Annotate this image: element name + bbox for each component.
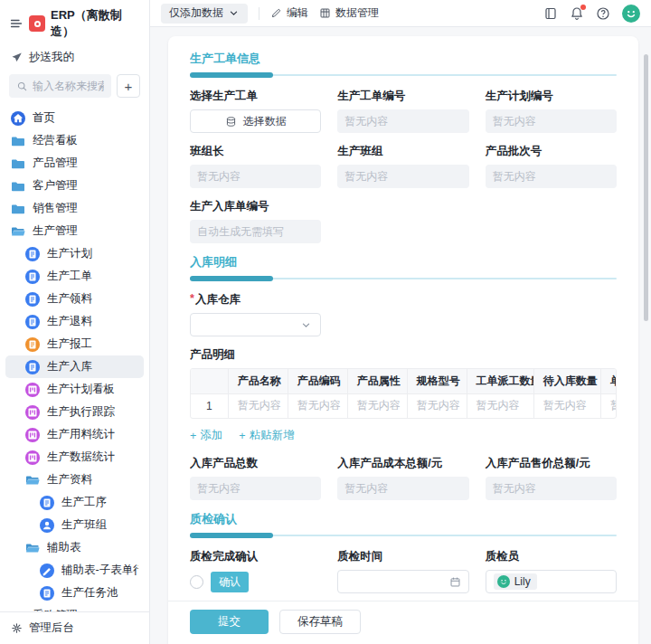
sidebar-item-production-reporting[interactable]: 生产报工 <box>5 333 144 355</box>
sidebar-item-production-management[interactable]: 生产管理 <box>5 220 144 242</box>
col-pending-qty: 待入库数量 <box>533 369 600 393</box>
cell-unit: 暂无内容 <box>601 393 617 418</box>
sidebar-item-production-inbound[interactable]: 生产入库 <box>5 355 144 378</box>
field-team-leader: 班组长 暂无内容 <box>190 144 321 188</box>
search-box <box>9 74 111 98</box>
team-leader-input: 暂无内容 <box>190 165 321 188</box>
sidebar-item-production-return[interactable]: 生产退料 <box>5 310 144 333</box>
sidebar-item-product-management[interactable]: 产品管理 <box>5 152 144 175</box>
select-data-button[interactable]: 选择数据 <box>190 109 321 133</box>
sidebar-item-production-plan[interactable]: 生产计划 <box>5 242 144 265</box>
section-qc-confirm: 质检确认 <box>190 511 617 538</box>
sidebar-item-production-team[interactable]: 生产班组 <box>5 514 144 536</box>
col-dispatch-qty: 工单派工数量 <box>467 369 533 393</box>
mode-label: 仅添加数据 <box>169 5 223 21</box>
sidebar-item-business-dashboard[interactable]: 经营看板 <box>5 129 144 152</box>
member-chip: Lily <box>494 573 537 590</box>
app-logo <box>29 15 45 32</box>
user-avatar[interactable] <box>622 5 640 23</box>
folder-icon <box>11 202 25 216</box>
sidebar-nav: 首页 经营看板 产品管理 客户管理 销售管理 生产管理 生产计划 生产工单 生产… <box>0 103 149 611</box>
sidebar-item-production-execution-tracking[interactable]: 生产执行跟踪 <box>5 401 144 423</box>
field-qc-confirm: 质检完成确认 确认 <box>190 549 321 593</box>
data-manage-button[interactable]: 数据管理 <box>319 5 379 21</box>
field-select-work-order: 选择生产工单 选择数据 <box>190 89 321 133</box>
cell-product-code: 暂无内容 <box>288 393 347 418</box>
col-index <box>191 369 228 393</box>
form-card-body: 生产工单信息 选择生产工单 选择数据 生产工单编号 <box>190 47 617 601</box>
paste-add-link[interactable]: +粘贴新增 <box>239 428 294 443</box>
qc-confirm-tag[interactable]: 确认 <box>211 572 249 592</box>
pencil-icon <box>270 7 282 19</box>
field-qc-person: 质检员 Lily <box>486 549 617 593</box>
section-progress-bar <box>190 72 617 78</box>
sidebar-item-sales-management[interactable]: 销售管理 <box>5 197 144 220</box>
admin-backend-label: 管理后台 <box>29 620 74 636</box>
warehouse-select[interactable] <box>190 313 321 336</box>
qc-person-input[interactable]: Lily <box>486 570 617 593</box>
topbar: 仅添加数据 编辑 数据管理 <box>150 0 651 27</box>
collapse-sidebar-icon[interactable] <box>9 16 24 31</box>
search-input[interactable] <box>33 80 104 92</box>
plan-no-input: 暂无内容 <box>486 109 617 133</box>
plus-icon: + <box>239 430 245 442</box>
work-order-no-input: 暂无内容 <box>337 109 468 133</box>
team-input: 暂无内容 <box>337 165 468 188</box>
add-new-button[interactable]: + <box>117 74 140 98</box>
folder-open-icon <box>25 541 40 555</box>
sidebar-item-purchase-management[interactable]: 采购管理 <box>5 604 144 611</box>
doc-icon <box>25 360 40 374</box>
journal-icon[interactable] <box>543 6 558 21</box>
field-team: 生产班组 暂无内容 <box>337 144 468 188</box>
chevron-down-icon <box>300 319 312 331</box>
bell-icon[interactable] <box>570 6 584 21</box>
total-price-input: 暂无内容 <box>486 477 617 500</box>
cc-to-me-item[interactable]: 抄送我的 <box>0 40 149 65</box>
sidebar-item-production-plan-board[interactable]: 生产计划看板 <box>5 378 144 401</box>
sidebar-item-production-task-pool[interactable]: 生产任务池 <box>5 582 144 604</box>
sidebar-item-auxiliary-subform-rows[interactable]: 辅助表-子表单行数 <box>5 559 144 582</box>
home-icon <box>11 111 25 126</box>
board-icon <box>25 428 40 442</box>
vertical-scrollbar[interactable] <box>644 54 648 321</box>
table-row: 1 暂无内容 暂无内容 暂无内容 暂无内容 暂无内容 暂无内容 暂无内容 <box>191 393 617 418</box>
select-data-icon <box>225 116 237 128</box>
cell-spec-model: 暂无内容 <box>407 393 467 418</box>
section-work-order-info: 生产工单信息 <box>190 51 617 78</box>
col-product-code: 产品编码 <box>288 369 347 393</box>
plus-icon: + <box>190 430 196 442</box>
section-inbound-detail: 入库明细 <box>190 254 617 281</box>
section-title: 质检确认 <box>190 511 617 527</box>
sidebar-item-production-work-order[interactable]: 生产工单 <box>5 265 144 288</box>
section-title: 生产工单信息 <box>190 51 617 67</box>
send-icon <box>11 52 23 63</box>
help-icon[interactable] <box>596 6 610 21</box>
board-icon <box>25 405 40 420</box>
sidebar-item-auxiliary-table[interactable]: 辅助表 <box>5 536 144 559</box>
sidebar-item-home[interactable]: 首页 <box>5 107 144 129</box>
sidebar-item-production-data[interactable]: 生产资料 <box>5 469 144 491</box>
folder-icon <box>11 134 25 148</box>
batch-no-input: 暂无内容 <box>486 165 617 188</box>
qc-confirm-radio[interactable] <box>190 575 203 589</box>
submit-button[interactable]: 提交 <box>190 610 269 634</box>
doc-icon <box>25 337 40 352</box>
sidebar-item-production-material-stats[interactable]: 生产用料统计 <box>5 423 144 446</box>
section-progress-bar <box>190 533 617 538</box>
save-draft-button[interactable]: 保存草稿 <box>279 610 361 634</box>
table-actions: +添加 +粘贴新增 <box>190 428 617 443</box>
sidebar-item-production-picking[interactable]: 生产领料 <box>5 288 144 310</box>
app-window: ERP（离散制造） 抄送我的 + 首页 经营看板 产品管理 客户管理 销售管理 … <box>0 0 651 644</box>
sidebar-item-production-data-stats[interactable]: 生产数据统计 <box>5 446 144 469</box>
folder-open-icon <box>11 224 25 239</box>
sidebar-item-production-process[interactable]: 生产工序 <box>5 491 144 514</box>
required-asterisk: * <box>190 292 194 308</box>
form-content: 生产工单信息 选择生产工单 选择数据 生产工单编号 <box>150 27 651 644</box>
add-row-link[interactable]: +添加 <box>190 428 222 443</box>
mode-dropdown[interactable]: 仅添加数据 <box>161 4 248 24</box>
sidebar-item-customer-management[interactable]: 客户管理 <box>5 175 144 197</box>
field-inbound-no: 生产入库单编号 自动生成无需填写 <box>190 199 321 243</box>
qc-time-input[interactable] <box>337 570 468 593</box>
edit-button[interactable]: 编辑 <box>270 5 308 21</box>
admin-backend-item[interactable]: 管理后台 <box>0 611 149 644</box>
